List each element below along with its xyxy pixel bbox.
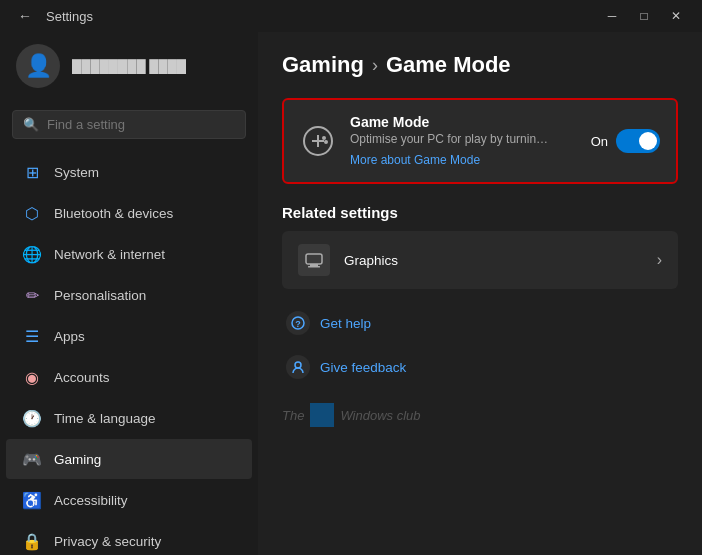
- accessibility-icon: ♿: [22, 490, 42, 510]
- watermark: The Windows club: [282, 403, 678, 427]
- game-mode-card: Game Mode Optimise your PC for play by t…: [282, 98, 678, 184]
- breadcrumb-separator: ›: [372, 55, 378, 76]
- game-mode-toggle[interactable]: [616, 129, 660, 153]
- user-name: ████████ ████: [72, 59, 186, 74]
- breadcrumb-parent: Gaming: [282, 52, 364, 78]
- sidebar-item-label-time: Time & language: [54, 411, 156, 426]
- breadcrumb: Gaming › Game Mode: [282, 52, 678, 78]
- sidebar-item-label-privacy: Privacy & security: [54, 534, 161, 549]
- network-icon: 🌐: [22, 244, 42, 264]
- graphics-icon: [298, 244, 330, 276]
- graphics-label: Graphics: [344, 253, 643, 268]
- search-input[interactable]: [47, 117, 235, 132]
- restore-button[interactable]: □: [630, 6, 658, 26]
- svg-rect-3: [306, 254, 322, 264]
- svg-rect-5: [308, 266, 320, 268]
- svg-point-1: [322, 136, 326, 140]
- svg-marker-9: [313, 406, 331, 424]
- minimize-button[interactable]: ─: [598, 6, 626, 26]
- game-mode-link[interactable]: More about Game Mode: [350, 153, 480, 167]
- accounts-icon: ◉: [22, 367, 42, 387]
- window-controls: ─ □ ✕: [598, 6, 690, 26]
- game-mode-icon: [300, 123, 336, 159]
- svg-point-2: [324, 140, 328, 144]
- give-feedback-icon: [286, 355, 310, 379]
- sidebar-item-time[interactable]: 🕐Time & language: [6, 398, 252, 438]
- give-feedback-label: Give feedback: [320, 360, 406, 375]
- avatar: 👤: [16, 44, 60, 88]
- sidebar-item-label-gaming: Gaming: [54, 452, 101, 467]
- personalisation-icon: ✏: [22, 285, 42, 305]
- sidebar-item-personalisation[interactable]: ✏Personalisation: [6, 275, 252, 315]
- game-mode-toggle-area: On: [591, 129, 660, 153]
- sidebar-item-gaming[interactable]: 🎮Gaming: [6, 439, 252, 479]
- sidebar-item-system[interactable]: ⊞System: [6, 152, 252, 192]
- main-content: Gaming › Game Mode Game Mode Optimise yo…: [258, 32, 702, 555]
- graphics-item[interactable]: Graphics ›: [282, 231, 678, 289]
- sidebar-item-label-system: System: [54, 165, 99, 180]
- app-title: Settings: [46, 9, 93, 24]
- sidebar-item-label-accessibility: Accessibility: [54, 493, 128, 508]
- watermark-icon: [310, 403, 334, 427]
- svg-point-8: [295, 362, 301, 368]
- breadcrumb-current: Game Mode: [386, 52, 511, 78]
- user-profile[interactable]: 👤 ████████ ████: [0, 32, 258, 100]
- toggle-knob: [639, 132, 657, 150]
- apps-icon: ☰: [22, 326, 42, 346]
- sidebar-item-label-network: Network & internet: [54, 247, 165, 262]
- sidebar-item-accounts[interactable]: ◉Accounts: [6, 357, 252, 397]
- titlebar: ← Settings ─ □ ✕: [0, 0, 702, 32]
- privacy-icon: 🔒: [22, 531, 42, 551]
- svg-text:?: ?: [295, 319, 301, 329]
- give-feedback-link[interactable]: Give feedback: [282, 347, 678, 387]
- sidebar-item-label-apps: Apps: [54, 329, 85, 344]
- game-mode-description: Optimise your PC for play by turnin…: [350, 132, 577, 146]
- nav-list: ⊞System⬡Bluetooth & devices🌐Network & in…: [0, 151, 258, 555]
- toggle-label: On: [591, 134, 608, 149]
- bluetooth-icon: ⬡: [22, 203, 42, 223]
- sidebar-item-privacy[interactable]: 🔒Privacy & security: [6, 521, 252, 555]
- get-help-icon: ?: [286, 311, 310, 335]
- search-icon: 🔍: [23, 117, 39, 132]
- app-container: 👤 ████████ ████ 🔍 ⊞System⬡Bluetooth & de…: [0, 32, 702, 555]
- related-settings-title: Related settings: [282, 204, 678, 221]
- svg-rect-4: [310, 264, 318, 266]
- related-settings-card: Graphics ›: [282, 231, 678, 289]
- watermark-text2: Windows club: [340, 408, 420, 423]
- sidebar-item-label-accounts: Accounts: [54, 370, 110, 385]
- sidebar-item-network[interactable]: 🌐Network & internet: [6, 234, 252, 274]
- get-help-label: Get help: [320, 316, 371, 331]
- game-mode-title: Game Mode: [350, 114, 577, 130]
- time-icon: 🕐: [22, 408, 42, 428]
- sidebar-item-accessibility[interactable]: ♿Accessibility: [6, 480, 252, 520]
- help-links: ? Get help Give feedback: [282, 303, 678, 387]
- sidebar-item-label-bluetooth: Bluetooth & devices: [54, 206, 173, 221]
- search-container: 🔍: [0, 104, 258, 151]
- avatar-icon: 👤: [25, 53, 52, 79]
- sidebar-item-label-personalisation: Personalisation: [54, 288, 146, 303]
- back-button[interactable]: ←: [12, 6, 38, 26]
- sidebar-item-apps[interactable]: ☰Apps: [6, 316, 252, 356]
- sidebar: 👤 ████████ ████ 🔍 ⊞System⬡Bluetooth & de…: [0, 32, 258, 555]
- graphics-chevron: ›: [657, 251, 662, 269]
- game-mode-text: Game Mode Optimise your PC for play by t…: [350, 114, 577, 168]
- titlebar-left: ← Settings: [12, 6, 93, 26]
- close-button[interactable]: ✕: [662, 6, 690, 26]
- watermark-text1: The: [282, 408, 304, 423]
- sidebar-item-bluetooth[interactable]: ⬡Bluetooth & devices: [6, 193, 252, 233]
- system-icon: ⊞: [22, 162, 42, 182]
- get-help-link[interactable]: ? Get help: [282, 303, 678, 343]
- search-box[interactable]: 🔍: [12, 110, 246, 139]
- gaming-icon: 🎮: [22, 449, 42, 469]
